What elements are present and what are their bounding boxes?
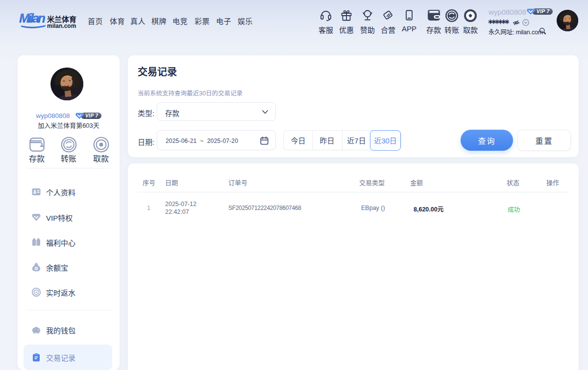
svg-text:Milan: Milan — [19, 11, 46, 25]
